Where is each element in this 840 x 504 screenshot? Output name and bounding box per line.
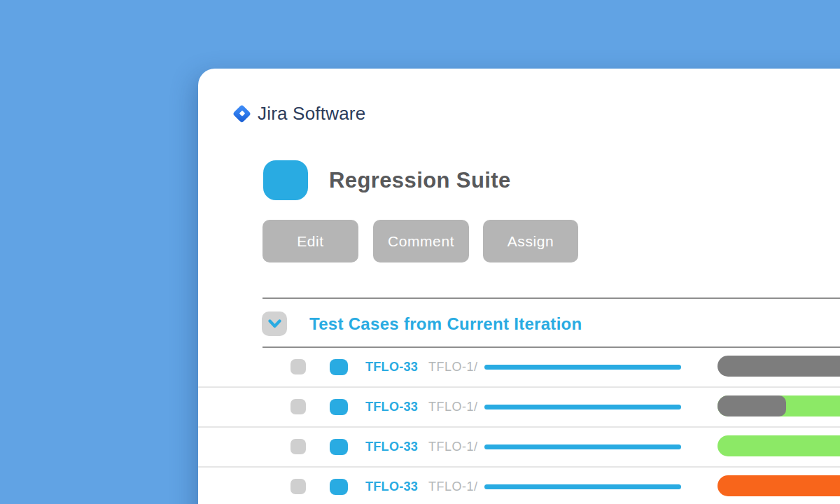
issue-key-link[interactable]: TFLO-33 (365, 468, 418, 504)
issue-parent-ref: TFLO-1/ (428, 388, 478, 426)
divider (262, 298, 840, 299)
row-checkbox[interactable] (290, 479, 306, 494)
test-case-list: TFLO-33 TFLO-1/ TFLO-33 TFLO-1/ TFLO-33 … (198, 348, 840, 504)
summary-placeholder-line (484, 484, 681, 489)
summary-placeholder-line (484, 405, 681, 410)
issue-type-icon (330, 479, 348, 495)
page-background: Jira Software Regression Suite Edit Comm… (0, 0, 840, 504)
row-checkbox[interactable] (290, 399, 306, 414)
section-collapse-button[interactable] (262, 312, 287, 336)
summary-placeholder-line (484, 365, 681, 370)
test-case-row: TFLO-33 TFLO-1/ (198, 388, 840, 428)
test-case-row: TFLO-33 TFLO-1/ (198, 348, 840, 388)
issue-type-icon (330, 359, 348, 375)
app-card: Jira Software Regression Suite Edit Comm… (198, 69, 840, 504)
row-checkbox[interactable] (290, 359, 306, 374)
jira-logo-icon (232, 104, 251, 123)
jira-logo-text: Jira Software (258, 103, 365, 125)
section-title: Test Cases from Current Iteration (309, 312, 582, 336)
test-case-row: TFLO-33 TFLO-1/ (198, 468, 840, 504)
status-bar (718, 435, 840, 456)
assign-button[interactable]: Assign (483, 220, 578, 262)
status-segment (718, 396, 786, 416)
issue-key-link[interactable]: TFLO-33 (365, 388, 418, 426)
status-bar (718, 475, 840, 496)
issue-parent-ref: TFLO-1/ (428, 468, 478, 504)
row-checkbox[interactable] (290, 439, 306, 454)
test-case-row: TFLO-33 TFLO-1/ (198, 428, 840, 468)
status-bar (718, 396, 840, 416)
issue-key-link[interactable]: TFLO-33 (365, 428, 418, 466)
page-title: Regression Suite (329, 160, 511, 200)
issue-parent-ref: TFLO-1/ (428, 348, 478, 386)
status-bar (718, 356, 840, 377)
comment-button[interactable]: Comment (373, 220, 469, 262)
edit-button[interactable]: Edit (262, 220, 358, 262)
chevron-down-icon (268, 319, 281, 328)
jira-logo: Jira Software (232, 102, 365, 125)
issue-type-icon (330, 439, 348, 455)
issue-type-icon (330, 399, 348, 415)
issue-parent-ref: TFLO-1/ (428, 428, 478, 466)
summary-placeholder-line (484, 444, 681, 449)
suite-type-icon (263, 160, 308, 200)
issue-key-link[interactable]: TFLO-33 (365, 348, 418, 386)
